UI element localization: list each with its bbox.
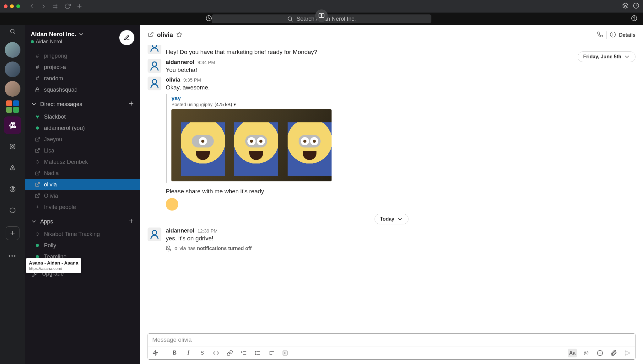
workspace-user: Aidan Nerol (36, 39, 62, 45)
dm-section-header[interactable]: Direct messages (25, 97, 140, 111)
rail-avatar-1[interactable] (5, 42, 20, 58)
dm-item[interactable]: Olivia (25, 190, 140, 201)
rail-messenger[interactable] (4, 202, 21, 219)
screen-share-icon[interactable] (315, 9, 328, 22)
channel-item[interactable]: #project-a (25, 62, 140, 73)
emoji-icon[interactable] (596, 349, 604, 357)
svg-point-18 (12, 146, 14, 148)
system-notification: olivia has notifications turned off (140, 244, 643, 253)
details-button[interactable]: Details (619, 32, 635, 38)
chevron-down-icon (78, 31, 84, 37)
rail-add[interactable] (6, 226, 19, 240)
channel-name[interactable]: olivia (157, 31, 173, 39)
rail-more[interactable]: ••• (8, 253, 17, 259)
message[interactable]: olivia9:35 PMOkay, awesome.yayPosted usi… (140, 75, 643, 212)
slack-hash-icon[interactable] (51, 2, 60, 10)
svg-point-11 (288, 17, 292, 20)
reaction[interactable] (166, 198, 178, 211)
dm-item[interactable]: ♥Slackbot (25, 111, 140, 122)
apps-section-header[interactable]: Apps (25, 215, 140, 228)
svg-line-12 (291, 20, 293, 21)
svg-point-55 (255, 354, 256, 355)
dm-item[interactable]: Lisa (25, 145, 140, 156)
send-icon[interactable] (623, 349, 632, 357)
dm-list: ♥Slackbotaidannerol (you)JaeyouLisaMateu… (25, 111, 140, 215)
italic-icon[interactable]: I (184, 349, 193, 357)
app-item[interactable]: Polly (25, 240, 140, 251)
workspace-header[interactable]: Aidan Nerol Inc. Aidan Nerol (25, 25, 140, 50)
avatar[interactable] (148, 77, 161, 90)
rail-asana[interactable] (4, 159, 21, 177)
code-icon[interactable] (212, 349, 220, 357)
blockquote-icon[interactable] (267, 349, 276, 357)
add-app-button[interactable] (128, 218, 134, 225)
message-area[interactable]: Friday, June 5th Hey! Do you have that m… (140, 45, 643, 330)
nav-forward[interactable] (40, 2, 48, 10)
svg-line-16 (14, 33, 15, 34)
date-separator[interactable]: Today (140, 214, 643, 224)
close-window[interactable] (4, 4, 8, 8)
lightning-icon[interactable] (151, 349, 160, 357)
app-item[interactable]: Nikabot Time Tracking (25, 228, 140, 240)
rail-search-icon[interactable] (9, 28, 16, 36)
rail-avatar-2[interactable] (5, 62, 20, 77)
dm-item[interactable]: olivia (25, 179, 140, 190)
format-toggle-icon[interactable]: Aa (568, 349, 577, 357)
strike-icon[interactable]: S (198, 349, 207, 357)
rail-app-grid[interactable] (6, 100, 19, 113)
rail-avatar-3[interactable] (5, 81, 20, 97)
add-dm-button[interactable] (128, 100, 134, 108)
svg-line-30 (37, 148, 40, 151)
bell-off-icon (165, 245, 171, 252)
bold-icon[interactable]: B (170, 349, 179, 357)
recents-icon[interactable] (206, 15, 212, 23)
svg-point-21 (10, 168, 13, 170)
history-icon[interactable] (633, 3, 639, 10)
minimize-window[interactable] (10, 4, 14, 8)
maximize-window[interactable] (16, 4, 20, 8)
help-icon[interactable] (631, 15, 637, 23)
bullet-list-icon[interactable] (253, 349, 262, 357)
mention-icon[interactable]: @ (582, 349, 591, 357)
stack-icon[interactable] (622, 3, 629, 10)
new-tab-icon[interactable] (75, 2, 84, 10)
dm-item[interactable]: Nadia (25, 168, 140, 179)
info-icon[interactable] (610, 31, 616, 39)
workspace-name: Aidan Nerol Inc. (31, 31, 76, 38)
reload-icon[interactable] (63, 2, 72, 10)
svg-point-43 (152, 79, 157, 84)
codeblock-icon[interactable] (281, 349, 289, 357)
compose-button[interactable] (119, 30, 134, 45)
date-floating-pill[interactable]: Friday, June 5th (578, 51, 635, 62)
message[interactable]: aidannerol9:34 PMYou betcha! (140, 58, 643, 76)
svg-marker-46 (153, 350, 158, 356)
link-icon[interactable] (225, 349, 234, 357)
channel-item[interactable]: squashsquad (25, 84, 140, 95)
avatar[interactable] (148, 45, 161, 54)
nav-back[interactable] (28, 2, 36, 10)
chevron-down-icon (624, 54, 630, 60)
message[interactable]: aidannerol12:39 PMyes, it's on gdrive! (140, 226, 643, 244)
rail-facebook[interactable] (4, 180, 21, 198)
channel-item[interactable]: #random (25, 73, 140, 84)
attach-icon[interactable] (609, 349, 618, 357)
avatar[interactable] (148, 59, 161, 73)
gif-preview (171, 109, 332, 181)
rail-slack[interactable] (4, 116, 21, 134)
call-icon[interactable] (597, 31, 603, 39)
star-icon[interactable] (176, 31, 182, 39)
svg-line-31 (37, 171, 40, 174)
rail-instagram[interactable] (4, 138, 21, 155)
svg-line-29 (37, 137, 40, 140)
dm-item[interactable]: +Invite people (25, 201, 140, 213)
dm-item[interactable]: Mateusz Dembek (25, 156, 140, 168)
channel-item[interactable]: #pingpong (25, 50, 140, 62)
dm-item[interactable]: aidannerol (you) (25, 122, 140, 134)
svg-point-54 (255, 353, 256, 353)
avatar[interactable] (148, 228, 161, 241)
message-input[interactable] (148, 334, 635, 346)
ordered-list-icon[interactable] (239, 349, 248, 357)
dm-item[interactable]: Jaeyou (25, 134, 140, 145)
message[interactable]: Hey! Do you have that marketing brief re… (140, 46, 643, 58)
attachment[interactable]: yayPosted using /giphy (475 kB) ▾ (166, 94, 332, 183)
